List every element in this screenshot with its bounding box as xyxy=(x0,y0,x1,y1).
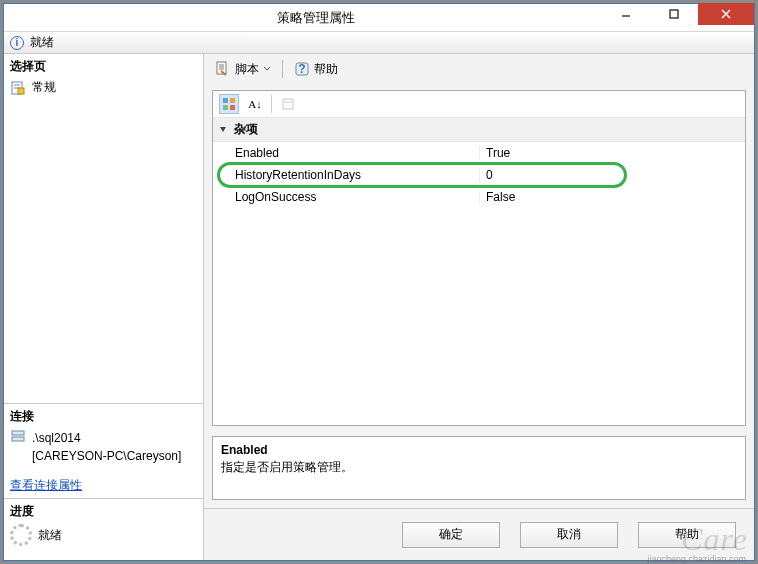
svg-rect-1 xyxy=(670,10,678,18)
help-label: 帮助 xyxy=(314,61,338,78)
titlebar: 策略管理属性 xyxy=(4,4,754,32)
script-button[interactable]: 脚本 xyxy=(212,59,274,80)
dialog-footer: 确定 取消 帮助 xyxy=(204,508,754,560)
prop-value[interactable]: True xyxy=(479,146,745,160)
prop-row-historyretention[interactable]: HistoryRetentionInDays 0 xyxy=(213,164,745,186)
progress-header: 进度 xyxy=(4,499,203,522)
progress-status-row: 就绪 xyxy=(4,522,203,560)
window-title: 策略管理属性 xyxy=(30,9,602,27)
propgrid-category[interactable]: 杂项 xyxy=(213,117,745,142)
svg-rect-8 xyxy=(12,431,24,435)
help-icon: ? xyxy=(294,61,310,77)
minimize-button[interactable] xyxy=(602,3,650,25)
category-label: 杂项 xyxy=(234,121,258,138)
ok-button[interactable]: 确定 xyxy=(402,522,500,548)
pg-toolbar-sep xyxy=(271,95,272,113)
prop-value[interactable]: False xyxy=(479,190,745,204)
prop-name: Enabled xyxy=(213,146,479,160)
select-page-header: 选择页 xyxy=(4,54,203,77)
property-grid: A↓ 杂项 Enabled True HistoryRe xyxy=(212,90,746,426)
connection-info: .\sql2014 [CAREYSON-PC\Careyson] xyxy=(4,427,203,473)
help-button[interactable]: 帮助 xyxy=(638,522,736,548)
server-icon xyxy=(10,429,26,445)
progress-status-text: 就绪 xyxy=(38,527,62,544)
server-name: .\sql2014 xyxy=(32,429,181,447)
prop-name: LogOnSuccess xyxy=(213,190,479,204)
main-panel: 脚本 ? 帮助 A↓ xyxy=(204,54,754,560)
close-button[interactable] xyxy=(698,3,754,25)
window-controls xyxy=(602,4,754,31)
svg-rect-17 xyxy=(283,99,293,109)
prop-value[interactable]: 0 xyxy=(479,168,745,182)
svg-rect-9 xyxy=(12,437,24,441)
propgrid-rows: Enabled True HistoryRetentionInDays 0 Lo… xyxy=(213,142,745,208)
svg-rect-7 xyxy=(18,88,24,94)
script-label: 脚本 xyxy=(235,61,259,78)
status-bar: i 就绪 xyxy=(4,32,754,54)
alphabetical-button[interactable]: A↓ xyxy=(245,94,265,114)
sidebar-item-general[interactable]: 常规 xyxy=(4,77,203,104)
categorized-button[interactable] xyxy=(219,94,239,114)
server-user: [CAREYSON-PC\Careyson] xyxy=(32,447,181,465)
dropdown-icon xyxy=(263,65,271,73)
sidebar-item-label: 常规 xyxy=(32,79,56,96)
main-toolbar: 脚本 ? 帮助 xyxy=(204,54,754,84)
dialog-window: 策略管理属性 i 就绪 选择页 常规 连接 .\sql2014 [CAREYS xyxy=(3,3,755,561)
progress-ring-icon xyxy=(10,524,32,546)
svg-rect-16 xyxy=(230,105,235,110)
view-connection-link[interactable]: 查看连接属性 xyxy=(4,473,203,498)
property-pages-button xyxy=(278,94,298,114)
toolbar-separator xyxy=(282,60,283,78)
propgrid-toolbar: A↓ xyxy=(213,91,745,117)
svg-text:?: ? xyxy=(298,62,305,76)
connection-header: 连接 xyxy=(4,404,203,427)
dialog-body: 选择页 常规 连接 .\sql2014 [CAREYSON-PC\Careyso… xyxy=(4,54,754,560)
info-icon: i xyxy=(10,36,24,50)
app-icon xyxy=(8,7,30,29)
prop-row-enabled[interactable]: Enabled True xyxy=(213,142,745,164)
cancel-button[interactable]: 取消 xyxy=(520,522,618,548)
status-text: 就绪 xyxy=(30,34,54,51)
page-icon xyxy=(10,80,26,96)
svg-rect-15 xyxy=(223,105,228,110)
sidebar: 选择页 常规 连接 .\sql2014 [CAREYSON-PC\Careyso… xyxy=(4,54,204,560)
help-toolbar-button[interactable]: ? 帮助 xyxy=(291,59,341,80)
description-title: Enabled xyxy=(221,443,737,457)
svg-rect-13 xyxy=(223,98,228,103)
script-icon xyxy=(215,61,231,77)
description-panel: Enabled 指定是否启用策略管理。 xyxy=(212,436,746,500)
prop-name: HistoryRetentionInDays xyxy=(213,168,479,182)
svg-rect-14 xyxy=(230,98,235,103)
description-text: 指定是否启用策略管理。 xyxy=(221,459,737,476)
maximize-button[interactable] xyxy=(650,3,698,25)
prop-row-logonsuccess[interactable]: LogOnSuccess False xyxy=(213,186,745,208)
collapse-icon xyxy=(219,125,228,134)
